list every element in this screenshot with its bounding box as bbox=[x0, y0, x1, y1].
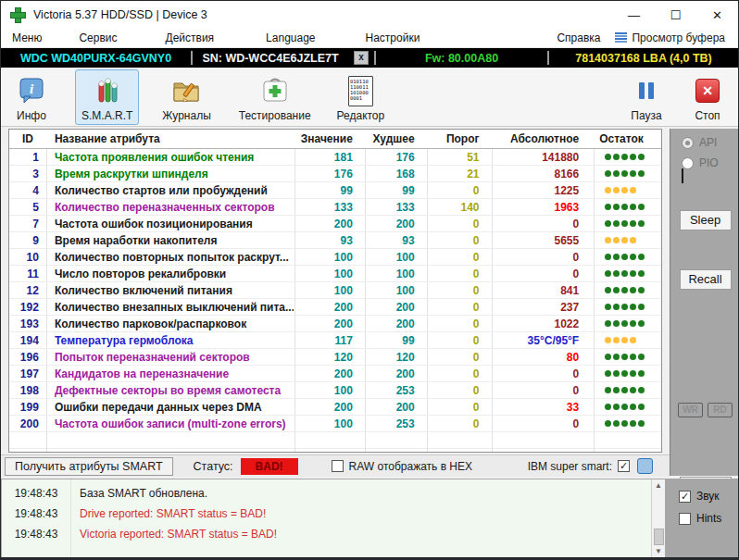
table-row[interactable]: 10Количество повторных попыток раскрут..… bbox=[9, 249, 661, 266]
rd-button[interactable]: RD bbox=[708, 403, 733, 417]
window-title: Victoria 5.37 HDD/SSD | Device 3 bbox=[33, 8, 207, 21]
logs-button[interactable]: Журналы bbox=[156, 69, 217, 125]
header-worst[interactable]: Худшее bbox=[364, 130, 426, 148]
first-aid-icon bbox=[258, 74, 292, 107]
header-threshold[interactable]: Порог bbox=[426, 130, 491, 148]
table-row[interactable]: 196Попыток переназначений секторов120120… bbox=[9, 349, 661, 366]
menu-item-settings[interactable]: Настройки bbox=[360, 31, 426, 44]
table-row[interactable]: 192Количество внезапных выключений пита.… bbox=[9, 299, 661, 316]
raw-hex-checkbox[interactable] bbox=[332, 460, 344, 472]
log-scrollbar[interactable]: ▲ ▼ bbox=[651, 479, 665, 558]
header-remainder[interactable]: Остаток bbox=[592, 130, 661, 148]
pause-button[interactable]: Пауза bbox=[623, 69, 670, 125]
table-row[interactable]: 199Ошибки передачи данных через DMA20020… bbox=[9, 399, 661, 416]
recall-button[interactable]: Recall bbox=[680, 269, 732, 290]
toolbar: i Инфо S.M.A.R.T Журналы Тестирование 01… bbox=[1, 68, 738, 127]
hints-checkbox-row[interactable]: Hints bbox=[679, 512, 739, 525]
health-dots bbox=[592, 349, 661, 365]
log-lines: 19:48:43База SMART обновлена.19:48:43Dri… bbox=[2, 479, 651, 558]
log-entry: 19:48:43База SMART обновлена. bbox=[2, 483, 651, 504]
table-row[interactable]: 193Количество парковок/распарковок200200… bbox=[9, 316, 661, 332]
sound-checkbox-row[interactable]: ✓ Звук bbox=[679, 490, 739, 503]
pause-icon bbox=[630, 74, 663, 107]
activity-led-indicator bbox=[682, 168, 683, 183]
health-dots bbox=[592, 282, 661, 298]
info-label: Инфо bbox=[17, 109, 46, 122]
close-button[interactable]: ✕ bbox=[696, 1, 738, 29]
header-id[interactable]: ID bbox=[9, 130, 46, 148]
editor-button[interactable]: 010110 110011 101000 0001 Редактор bbox=[331, 69, 392, 125]
menu-item-actions[interactable]: Действия bbox=[160, 31, 220, 44]
smart-attributes-table: ID Название атрибута Значение Худшее Пор… bbox=[8, 129, 662, 453]
wr-button[interactable]: WR bbox=[678, 403, 703, 417]
menu-item-menu[interactable]: Меню bbox=[6, 31, 47, 44]
buffer-view-button[interactable]: Просмотр буфера bbox=[611, 31, 729, 44]
info-button[interactable]: i Инфо bbox=[8, 69, 55, 125]
table-row[interactable]: 198Дефектные секторы во время самотеста1… bbox=[9, 382, 661, 399]
log-panel: 19:48:43База SMART обновлена.19:48:43Dri… bbox=[1, 479, 666, 559]
health-dots bbox=[592, 366, 661, 381]
status-badge: BAD! bbox=[241, 458, 298, 475]
ibm-super-smart-row[interactable]: IBM super smart: ✓ bbox=[528, 460, 630, 473]
victoria-app-window: Victoria 5.37 HDD/SSD | Device 3 — ☐ ✕ М… bbox=[0, 0, 739, 560]
table-row[interactable]: 5Количество переназначенных секторов1331… bbox=[9, 199, 661, 216]
table-row[interactable]: 7Частота ошибок позиционирования20020000 bbox=[9, 216, 661, 232]
scroll-up-icon[interactable]: ▲ bbox=[655, 480, 662, 492]
health-dots bbox=[592, 332, 661, 348]
blue-indicator-button[interactable] bbox=[637, 458, 653, 474]
log-side-panel: ✓ Звук Hints bbox=[666, 479, 739, 559]
logs-label: Журналы bbox=[162, 109, 210, 122]
status-bar: Получить атрибуты SMART Статус: BAD! RAW… bbox=[1, 454, 670, 477]
table-row[interactable]: 12Количество включений питания1001000841 bbox=[9, 282, 661, 299]
scroll-thumb[interactable] bbox=[654, 529, 664, 545]
health-dots bbox=[592, 382, 661, 398]
stop-label: Стоп bbox=[695, 109, 720, 122]
health-dots bbox=[592, 316, 661, 331]
menu-item-service[interactable]: Сервис bbox=[73, 31, 122, 44]
sleep-button[interactable]: Sleep bbox=[680, 210, 732, 230]
pio-radio-icon bbox=[682, 157, 694, 169]
device-serial: SN: WD-WCC4E6JZLE7T bbox=[193, 48, 348, 68]
health-dots bbox=[592, 416, 661, 431]
minimize-button[interactable]: — bbox=[613, 1, 655, 29]
table-row[interactable]: 3Время раскрутки шпинделя176168218166 bbox=[9, 166, 661, 182]
health-dots bbox=[592, 182, 661, 198]
get-smart-attributes-button[interactable]: Получить атрибуты SMART bbox=[5, 457, 173, 476]
api-radio[interactable]: API bbox=[682, 136, 739, 149]
health-dots bbox=[592, 216, 661, 231]
raw-hex-checkbox-row[interactable]: RAW отображать в HEX bbox=[332, 460, 472, 473]
header-value[interactable]: Значение bbox=[294, 130, 364, 148]
ibm-super-smart-checkbox[interactable]: ✓ bbox=[618, 460, 630, 472]
smart-button[interactable]: S.M.A.R.T bbox=[75, 69, 139, 125]
table-row[interactable]: 1Частота проявления ошибок чтения1811765… bbox=[9, 149, 661, 166]
sound-checkbox[interactable]: ✓ bbox=[679, 491, 691, 503]
table-body: 1Частота проявления ошибок чтения1811765… bbox=[9, 149, 661, 432]
header-name[interactable]: Название атрибута bbox=[46, 130, 294, 148]
device-close-icon[interactable]: x bbox=[354, 51, 369, 65]
table-row[interactable]: 197Кандидатов на переназначение20020000 bbox=[9, 366, 661, 382]
hints-checkbox[interactable] bbox=[679, 513, 691, 525]
maximize-button[interactable]: ☐ bbox=[655, 1, 696, 29]
header-raw[interactable]: Абсолютное bbox=[491, 130, 593, 148]
stop-button[interactable]: ✕ Стоп bbox=[684, 69, 731, 125]
table-row[interactable]: 4Количество стартов или пробуждений99990… bbox=[9, 182, 661, 199]
pio-radio[interactable]: PIO bbox=[682, 156, 739, 169]
table-row[interactable]: 11Число повторов рекалибровки10010000 bbox=[9, 266, 661, 282]
buffer-view-label: Просмотр буфера bbox=[632, 31, 725, 44]
window-bottom-border bbox=[1, 557, 738, 559]
scroll-down-icon[interactable]: ▼ bbox=[655, 546, 662, 557]
log-entry: 19:48:43Victoria reported: SMART status … bbox=[2, 524, 651, 544]
table-header: ID Название атрибута Значение Худшее Пор… bbox=[9, 130, 661, 149]
table-row[interactable]: 194Температура гермоблока11799035°C/95°F bbox=[9, 332, 661, 349]
app-logo-icon bbox=[10, 7, 26, 23]
testing-button[interactable]: Тестирование bbox=[232, 69, 318, 125]
menu-item-language[interactable]: Language bbox=[260, 31, 320, 44]
binary-document-icon: 010110 110011 101000 0001 bbox=[344, 74, 377, 107]
table-row[interactable]: 9Время наработки накопителя939305655 bbox=[9, 232, 661, 249]
device-info-bar: WDC WD40PURX-64GVNY0 SN: WD-WCC4E6JZLE7T… bbox=[1, 48, 738, 68]
table-row[interactable]: 200Частота ошибок записи (multi-zone err… bbox=[9, 416, 661, 432]
smart-label: S.M.A.R.T bbox=[81, 109, 132, 122]
stop-icon: ✕ bbox=[691, 74, 724, 107]
menu-item-help[interactable]: Справка bbox=[551, 31, 606, 44]
device-model[interactable]: WDC WD40PURX-64GVNY0 bbox=[1, 48, 191, 68]
